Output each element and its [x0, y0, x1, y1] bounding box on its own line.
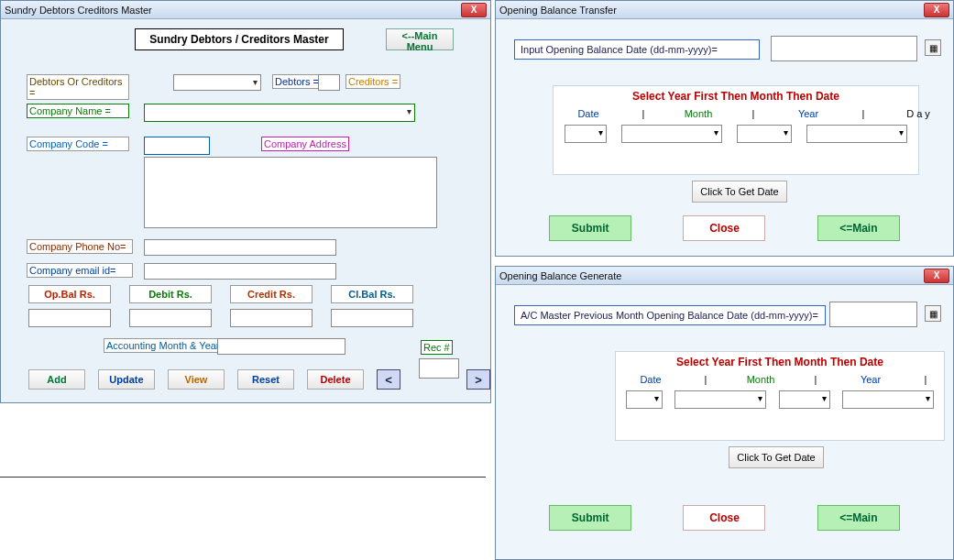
generate-prompt: A/C Master Previous Month Opening Balanc… — [514, 305, 826, 325]
op-bal-field[interactable] — [28, 309, 111, 327]
opening-balance-transfer-window: Opening Balance Transfer X Input Opening… — [495, 0, 954, 257]
month-select[interactable] — [674, 390, 766, 409]
master-titlebar: Sundry Debtors Creditors Master X — [1, 1, 490, 19]
main-button[interactable]: <=Main — [817, 215, 900, 241]
get-date-button[interactable]: Click To Get Date — [692, 181, 787, 203]
transfer-actions: Submit Close <=Main — [496, 215, 953, 241]
debtors-or-creditors-select[interactable] — [173, 74, 261, 91]
transfer-date-panel: Select Year First Then Month Then Date D… — [553, 85, 919, 175]
hdr-day: D a y — [891, 108, 946, 119]
calendar-icon[interactable] — [925, 305, 941, 322]
hdr-date: Date — [561, 108, 616, 119]
hdr-year: Year — [781, 108, 836, 119]
company-name-select[interactable] — [144, 104, 415, 122]
label-op-bal: Op.Bal Rs. — [28, 285, 111, 303]
transfer-title: Opening Balance Transfer — [499, 5, 924, 16]
accounting-month-year-field[interactable] — [217, 338, 345, 355]
panel-selects — [616, 387, 944, 409]
submit-button[interactable]: Submit — [549, 215, 631, 241]
action-buttons-row: Add Update View Reset Delete < > — [28, 369, 490, 390]
label-debtors: Debtors = — [272, 74, 322, 89]
hdr-month: Month — [671, 108, 726, 119]
prev-record-button[interactable]: < — [377, 369, 400, 390]
panel-headers: Date| Month| Year| D a y — [554, 106, 918, 121]
panel-title: Select Year First Then Month Then Date — [616, 352, 944, 372]
generate-titlebar: Opening Balance Generate X — [496, 267, 953, 285]
label-debtors-or-creditors: Debtors Or Creditors = — [27, 74, 129, 100]
close-button[interactable]: Close — [683, 215, 765, 241]
date-select[interactable] — [626, 390, 663, 409]
label-company-address: Company Address — [261, 137, 349, 151]
hdr-date: Date — [623, 374, 678, 385]
company-email-field[interactable] — [144, 263, 336, 280]
cl-bal-field[interactable] — [331, 309, 413, 327]
update-button[interactable]: Update — [98, 369, 155, 390]
day-display — [842, 390, 934, 409]
label-company-phone: Company Phone No= — [27, 239, 133, 254]
opening-balance-generate-window: Opening Balance Generate X A/C Master Pr… — [495, 266, 954, 560]
next-record-button[interactable]: > — [466, 369, 490, 390]
label-company-code: Company Code = — [27, 137, 129, 151]
close-icon[interactable]: X — [461, 3, 487, 17]
page-title: Sundry Debtors / Creditors Master — [135, 28, 344, 50]
close-button[interactable]: Close — [683, 505, 765, 531]
amount-labels-row: Op.Bal Rs. Debit Rs. Credit Rs. Cl.Bal R… — [28, 285, 413, 303]
label-debit: Debit Rs. — [129, 285, 212, 303]
amount-fields-row — [28, 309, 413, 327]
sundry-master-window: Sundry Debtors Creditors Master X Sundry… — [0, 0, 491, 403]
divider — [0, 477, 486, 478]
label-credit: Credit Rs. — [230, 285, 313, 303]
hdr-month: Month — [733, 374, 788, 385]
panel-headers: Date| Month| Year| D a y — [616, 372, 944, 387]
submit-button[interactable]: Submit — [549, 505, 631, 531]
day-display — [806, 125, 907, 143]
close-icon[interactable]: X — [924, 269, 949, 283]
month-select[interactable] — [621, 125, 722, 143]
label-rec-no: Rec # — [421, 340, 453, 355]
credit-field[interactable] — [230, 309, 313, 327]
transfer-titlebar: Opening Balance Transfer X — [496, 1, 953, 19]
company-phone-field[interactable] — [144, 239, 336, 256]
main-button[interactable]: <=Main — [817, 505, 900, 531]
transfer-date-input[interactable] — [771, 36, 917, 61]
generate-date-panel: Select Year First Then Month Then Date D… — [615, 351, 945, 441]
get-date-button[interactable]: Click To Get Date — [729, 446, 824, 468]
debtors-field[interactable] — [318, 74, 340, 91]
label-cl-bal: Cl.Bal Rs. — [331, 285, 413, 303]
generate-actions: Submit Close <=Main — [496, 505, 953, 531]
master-title: Sundry Debtors Creditors Master — [5, 5, 461, 16]
year-select[interactable] — [779, 390, 830, 409]
company-code-field[interactable] — [144, 137, 210, 155]
add-button[interactable]: Add — [28, 369, 85, 390]
generate-title: Opening Balance Generate — [499, 270, 924, 281]
date-select[interactable] — [565, 125, 607, 143]
main-menu-button[interactable]: <--Main Menu — [386, 28, 454, 50]
calendar-icon[interactable] — [925, 39, 941, 56]
label-company-name: Company Name = — [27, 104, 129, 118]
panel-selects — [554, 121, 918, 143]
view-button[interactable]: View — [168, 369, 225, 390]
panel-title: Select Year First Then Month Then Date — [554, 86, 918, 106]
label-creditors: Creditors = — [345, 74, 400, 89]
debit-field[interactable] — [129, 309, 212, 327]
reset-button[interactable]: Reset — [237, 369, 294, 390]
year-select[interactable] — [737, 125, 792, 143]
company-address-field[interactable] — [144, 157, 437, 228]
label-company-email: Company email id= — [27, 263, 133, 278]
hdr-year: Year — [843, 374, 898, 385]
transfer-prompt: Input Opening Balance Date (dd-mm-yyyy)= — [514, 39, 760, 60]
close-icon[interactable]: X — [924, 3, 949, 17]
generate-date-input[interactable] — [829, 302, 917, 327]
label-accounting-month-year: Accounting Month & Year= — [104, 338, 228, 353]
delete-button[interactable]: Delete — [307, 369, 364, 390]
